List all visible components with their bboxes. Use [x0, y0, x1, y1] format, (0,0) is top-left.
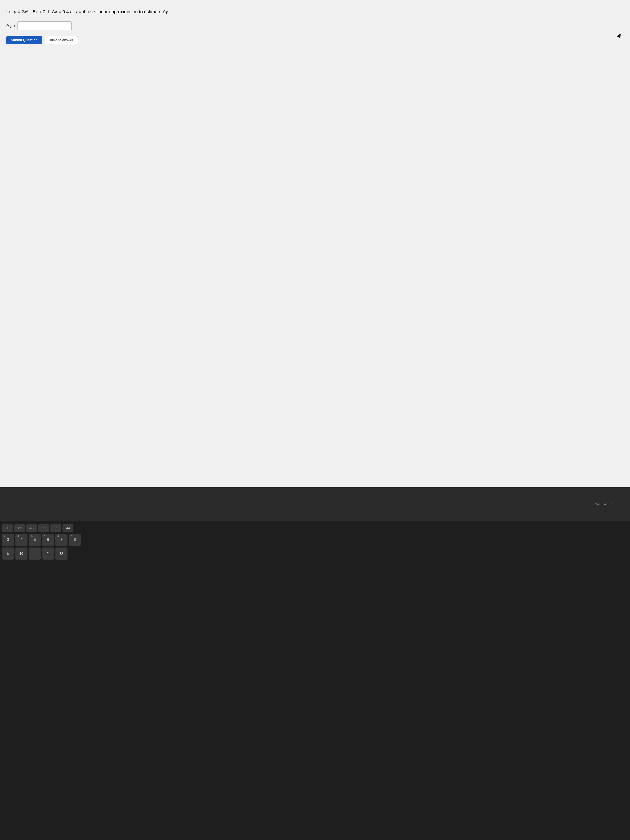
button-row: Submit Question Jump to Answer [6, 36, 624, 44]
key-r[interactable]: R [16, 548, 27, 560]
fn-key-launchpad[interactable]: ⠿⠿⠿ [26, 524, 37, 532]
num-key-4[interactable]: $ 4 [16, 534, 27, 546]
fn-key-brightness-down[interactable]: ✦✦ [38, 524, 49, 532]
num-key-3[interactable]: # 3 [2, 534, 14, 546]
macbook-bezel: MacBook Pro [0, 487, 630, 521]
key-y[interactable]: Y [42, 548, 54, 560]
screen-content: Let y = 2x2 + 5x + 2. If Δx = 0.4 at x =… [0, 0, 630, 487]
key-t[interactable]: T [29, 548, 41, 560]
keyboard-area: ✳ □□□□ ⠿⠿⠿ ✦✦ ✧✧ ◀◀ # 3 $ 4 % 5 ^ 6 & 7 … [0, 521, 630, 840]
submit-question-button[interactable]: Submit Question [6, 36, 42, 44]
macbook-brand-label: MacBook Pro [595, 502, 613, 505]
delta-y-row: Δy ≈ [6, 22, 624, 30]
num-symbol-6: ^ [44, 535, 45, 537]
fn-key-mission-control[interactable]: □□□□ [14, 524, 25, 532]
num-key-5[interactable]: % 5 [29, 534, 41, 546]
num-symbol-3: # [4, 535, 5, 537]
qwerty-row: E R T Y U [0, 547, 630, 561]
key-e[interactable]: E [2, 548, 14, 560]
fn-key-brightness[interactable]: ✳ [2, 524, 13, 532]
fn-key-rewind[interactable]: ◀◀ [63, 524, 73, 532]
fn-row: ✳ □□□□ ⠿⠿⠿ ✦✦ ✧✧ ◀◀ [0, 523, 630, 533]
num-key-8[interactable]: * 8 [69, 534, 81, 546]
num-symbol-4: $ [17, 535, 19, 537]
fn-key-brightness-up[interactable]: ✧✧ [51, 524, 61, 532]
num-symbol-8: * [71, 535, 72, 537]
delta-y-label: Δy ≈ [6, 23, 16, 28]
num-row: # 3 $ 4 % 5 ^ 6 & 7 * 8 [0, 533, 630, 547]
num-symbol-5: % [31, 535, 33, 537]
num-key-7[interactable]: & 7 [55, 534, 68, 546]
question-text: Let y = 2x2 + 5x + 2. If Δx = 0.4 at x =… [6, 8, 624, 15]
key-u[interactable]: U [55, 548, 68, 560]
answer-input[interactable] [17, 22, 72, 30]
jump-to-answer-button[interactable]: Jump to Answer [44, 36, 78, 44]
num-key-6[interactable]: ^ 6 [42, 534, 54, 546]
num-symbol-7: & [57, 535, 59, 537]
